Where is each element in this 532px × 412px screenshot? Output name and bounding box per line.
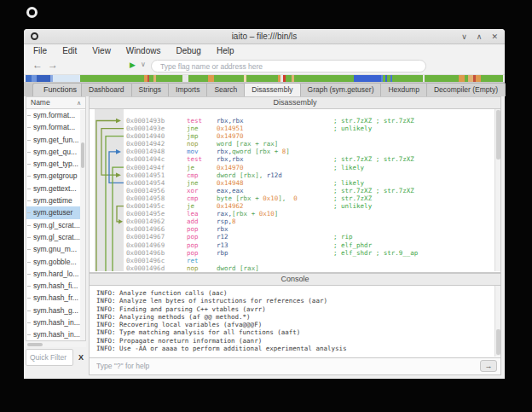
disasm-row[interactable]: 0x00014951cmpdword [rbx], r12d [126,171,496,179]
console-input-row: → [89,358,501,375]
disassembly-dock-title[interactable]: Disassembly [89,96,501,109]
instruction-address: 0x00014951 [126,171,187,179]
instruction-operand: rsp, [217,218,232,225]
function-list-item[interactable]: sym.format... [26,109,85,121]
clear-filter-button[interactable]: X [76,351,86,363]
instruction-operand: 0 [286,194,298,202]
memory-map-seek-bar[interactable] [26,75,503,82]
console-dock-title[interactable]: Console [89,273,501,286]
disasm-row[interactable]: 0x00014954jne0x14948; likely [126,179,496,187]
menu-item-help[interactable]: Help [209,46,242,55]
instruction-address: 0x0001495e [126,210,187,218]
close-icon[interactable]: ✕ [491,32,498,42]
function-list-item[interactable]: sym.hash_fi... [26,280,85,292]
disasm-row[interactable]: 0x0001495cje0x14962; unlikely [126,202,496,210]
scrollbar-thumb[interactable] [27,343,43,346]
function-list-item[interactable]: sym.gobble... [26,256,85,268]
function-list-item[interactable]: sym.gettext... [26,183,85,194]
scrollbar-thumb[interactable] [496,329,500,355]
scrollbar-thumb[interactable] [81,142,84,168]
function-list-item[interactable]: sym.gnu_m... [26,243,85,255]
disasm-row[interactable]: 0x0001495elearax,[rbx + 0x10] [126,210,496,218]
disasm-row[interactable]: 0x00014956xoreax,eax; str.7zXZ ; str.7zX… [126,187,496,194]
function-list-item[interactable]: sym.gettime [26,194,85,206]
instruction-mnemonic: jne [187,125,217,132]
quick-filter-input[interactable] [26,349,73,366]
disasm-row[interactable]: 0x00014940jmp0x14970 [126,132,496,140]
maximize-icon[interactable]: ∧ [477,32,483,42]
disasm-row[interactable]: 0x0001493ejne0x14951; unlikely [126,125,496,132]
continue-play-icon[interactable]: ▶ [130,61,136,69]
disasm-row[interactable]: 0x0001493btestrbx,rbx; str.7zXZ ; str.7z… [126,117,496,125]
instruction-address: 0x00014969 [126,241,187,249]
iaito-logo-icon[interactable] [26,7,38,18]
functions-column-header[interactable]: Name ∧ [26,96,86,109]
sort-ascending-icon: ∧ [77,97,81,108]
tab-graph-sym-getuser[interactable]: Graph (sym.getuser) [300,83,382,96]
disasm-row[interactable]: 0x0001494ctestrbx,rbx; str.7zXZ ; str.7z… [126,155,496,163]
jump-arrows-gutter [95,109,124,271]
instruction-address: 0x0001494f [126,164,187,171]
instruction-mnemonic: je [187,164,217,171]
tab-row: Functions DashboardStringsImportsSearchD… [24,82,505,96]
menu-item-edit[interactable]: Edit [55,46,84,55]
menu-item-view[interactable]: View [84,46,119,55]
instruction-mnemonic: pop [187,233,217,241]
tab-dashboard[interactable]: Dashboard [81,83,132,96]
function-list-item[interactable]: sym.hash_g... [26,305,85,316]
disasm-row[interactable]: 0x00014967popr12; rip [126,233,496,241]
disasm-row[interactable]: 0x0001494fje0x14970; likely [126,164,496,171]
function-list-item[interactable]: sym.hard_lo... [26,268,85,280]
function-list-item[interactable]: sym.get_qu... [26,146,85,158]
instruction-address: 0x0001493b [126,117,187,125]
function-list-item[interactable]: sym.gl_scrat... [26,231,85,243]
chevron-down-icon[interactable]: ∨ [141,61,146,68]
function-list-item[interactable]: sym.getuser [26,206,85,218]
console-scrollbar[interactable] [494,286,500,357]
console-line: INFO: Use -AA or aaaa to perform additio… [96,345,347,352]
disasm-row[interactable]: 0x00014966poprbx [126,225,496,233]
function-list-item[interactable]: sym.hash_in... [26,316,85,328]
disasm-row[interactable]: 0x00014969popr13; elf_phdr [126,241,496,249]
run-command-button[interactable]: → [480,360,497,372]
forward-arrow-icon[interactable]: → [48,59,58,71]
menu-item-file[interactable]: File [26,46,55,55]
tab-hexdump[interactable]: Hexdump [380,83,426,96]
disassembly-view[interactable]: 0x0001493btestrbx,rbx; str.7zXZ ; str.7z… [89,109,501,273]
function-list-item[interactable]: sym.hash_fr... [26,292,85,304]
disasm-row[interactable]: 0x00014948movrbx,qword [rbx + 8] [126,148,496,155]
function-list-item[interactable]: sym.hash_in... [26,328,85,340]
function-list-item[interactable]: sym.getgroup [26,170,85,182]
functions-vertical-scrollbar[interactable] [80,110,85,340]
minimize-icon[interactable]: ∨ [461,32,467,42]
disasm-row[interactable]: 0x0001496cret [126,257,496,264]
function-list-item[interactable]: sym.gl_scrat... [26,219,85,231]
tab-disassembly[interactable]: Disassembly [244,83,300,96]
tab-decompiler-empty[interactable]: Decompiler (Empty) [426,83,506,96]
console-output[interactable]: INFO: Analyze function calls (aac)INFO: … [89,286,501,358]
tab-imports[interactable]: Imports [168,83,207,96]
console-line: INFO: Analyze len bytes of instructions … [96,297,347,305]
console-command-input[interactable] [91,359,477,373]
menu-item-windows[interactable]: Windows [119,46,169,55]
back-arrow-icon[interactable]: ← [32,59,43,71]
disasm-row[interactable]: 0x0001496bpoprbp; elf_shdr ; str.9__ap [126,249,496,257]
function-list-item[interactable]: sym.get_fun... [26,134,85,146]
disasm-row[interactable]: 0x00014942nopword [rax + rax] [126,140,496,148]
instruction-operand: 0x10 [263,194,278,202]
function-list-item[interactable]: sym.format... [26,121,85,133]
disasm-row[interactable]: 0x00014958cmpbyte [rbx + 0x10], 0; str.7… [126,194,496,202]
functions-horizontal-scrollbar[interactable] [26,342,86,347]
menu-item-debug[interactable]: Debug [168,46,208,55]
scrollbar-thumb[interactable] [496,110,500,160]
disassembly-scrollbar[interactable] [494,109,500,271]
tab-functions[interactable]: Functions [32,83,88,96]
tab-strings[interactable]: Strings [131,83,169,96]
instruction-operand: rbx, [217,155,232,163]
title-bar[interactable]: iaito – file:///bin/ls ∨ ∧ ✕ [24,29,505,44]
tab-search[interactable]: Search [206,83,245,96]
function-list-item[interactable]: sym.get_typ... [26,158,85,170]
flag-search-input[interactable] [151,60,426,73]
disasm-row[interactable]: 0x0001496dnopdword [rax] [126,264,496,272]
disasm-row[interactable]: 0x00014962addrsp,8 [126,218,496,225]
